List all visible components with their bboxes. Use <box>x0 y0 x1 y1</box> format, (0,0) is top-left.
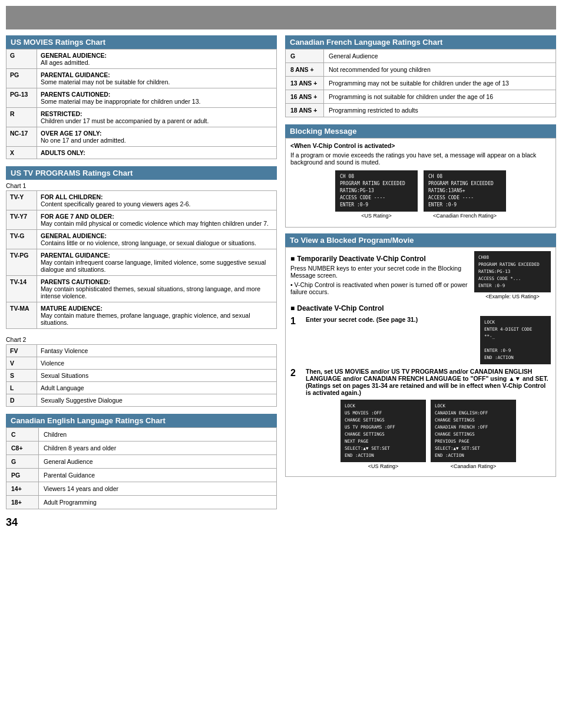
canenglish-desc: Children 8 years and older <box>39 442 277 455</box>
can-screen-line2: PROGRAM RATING EXCEEDED <box>428 180 501 187</box>
s2can-l7: SELECT:▲▼ SET:SET <box>435 445 512 452</box>
us-movies-table: GGENERAL AUDIENCE:All ages admitted.PGPA… <box>6 49 277 159</box>
table-row: 14+Viewers 14 years and older <box>6 482 277 496</box>
rating-label: GENERAL AUDIENCE: <box>41 52 273 59</box>
us-tv-header: US TV PROGRAMS Ratings Chart <box>6 166 277 180</box>
tv-rating-code: TV-G <box>6 230 37 249</box>
ex-line4: ACCESS CODE *... <box>478 275 547 282</box>
canfrench-code: 13 ANS + <box>286 77 324 90</box>
table-row: TV-MAMATURE AUDIENCE:May contain mature … <box>6 302 277 329</box>
rating-desc: PARENTAL GUIDANCE:Some material may not … <box>37 69 277 88</box>
tv-rating-code: TV-Y <box>6 191 37 210</box>
vchip-activated-label: <When V-Chip Control is activated> <box>290 142 551 149</box>
canfrench-code: 18 ANS + <box>286 104 324 117</box>
s2us-l4: US TV PROGRAMS :OFF <box>345 424 422 431</box>
step2-screens: LOCK US MOVIES :OFF CHANGE SETTINGS US T… <box>306 400 551 469</box>
canfrench-desc: General Audience <box>324 50 556 63</box>
canadian-english-header: Canadian English Language Ratings Chart <box>6 414 277 427</box>
temp-deactivate-row: Temporarily Deactivate V-Chip Control Pr… <box>290 251 551 299</box>
s1-line5: ENTER :0-9 <box>484 347 547 354</box>
s2can-l8: END :ACTION <box>435 452 512 459</box>
canenglish-code: 14+ <box>6 482 39 496</box>
step2-us-screen-wrapper: LOCK US MOVIES :OFF CHANGE SETTINGS US T… <box>340 400 426 469</box>
rating-label: PARENTS CAUTIONED: <box>41 91 273 98</box>
s2can-l6: PREVIOUS PAGE <box>435 438 512 445</box>
s2can-l3: CHANGE SETTINGS <box>435 417 512 424</box>
right-column: Canadian French Language Ratings Chart G… <box>285 35 556 529</box>
table-row: TV-Y7FOR AGE 7 AND OLDER:May contain mil… <box>6 210 277 230</box>
table-row: 13 ANS +Programming may not be suitable … <box>286 77 556 90</box>
step1-screen: LOCK ENTER 4-DIGIT CODE **-_ ENTER :0-9 … <box>480 316 551 364</box>
rating-desc: ADULTS ONLY: <box>37 147 277 159</box>
rating-label: OVER AGE 17 ONLY: <box>41 130 273 137</box>
us-screen-line3: RATING:PG-13 <box>340 187 413 195</box>
tv-rating-desc: MATURE AUDIENCE:May contain mature theme… <box>37 302 277 329</box>
chart2-desc: Sexually Suggestive Dialogue <box>37 394 277 407</box>
step2-row: 2 Then, set US MOVIES and/or US TV PROGR… <box>290 368 551 469</box>
view-blocked-header: To View a Blocked Program/Movie <box>285 233 556 247</box>
chart2-code: V <box>6 357 37 370</box>
example-screen-label: <Example: US Rating> <box>485 294 540 299</box>
rating-desc: GENERAL AUDIENCE:All ages admitted. <box>37 50 277 69</box>
can-screen-line5: ENTER :0-9 <box>428 202 501 209</box>
s2can-l5: CHANGE SETTINGS <box>435 431 512 438</box>
tv-rating-label: PARENTAL GUIDANCE: <box>41 252 273 259</box>
tv-rating-desc: GENERAL AUDIENCE:Contains little or no v… <box>37 230 277 249</box>
page-wrapper: US MOVIES Ratings Chart GGENERAL AUDIENC… <box>6 6 556 529</box>
step1-row: 1 Enter your secret code. (See page 31.)… <box>290 316 551 364</box>
step2-canadian-screen-wrapper: LOCK CANADIAN ENGLISH:OFF CHANGE SETTING… <box>431 400 516 469</box>
tv-rating-label: MATURE AUDIENCE: <box>41 305 273 312</box>
rating-label: ADULTS ONLY: <box>41 149 273 156</box>
rating-desc: PARENTS CAUTIONED:Some material may be i… <box>37 88 277 108</box>
table-row: PG-13PARENTS CAUTIONED:Some material may… <box>6 88 277 108</box>
table-row: GGeneral Audience <box>6 455 277 469</box>
rating-code: PG <box>6 69 37 88</box>
temp-example-screen: CH08 PROGRAM RATING EXCEEDED RATING:PG-1… <box>474 251 551 292</box>
canenglish-desc: Viewers 14 years and older <box>39 482 277 496</box>
blocking-message-body: If a program or movie exceeds the rating… <box>290 151 551 166</box>
us-movies-header: US MOVIES Ratings Chart <box>6 35 277 49</box>
s2us-l1: LOCK <box>345 403 422 410</box>
canadian-screen-label: <Canadian French Rating> <box>424 213 506 219</box>
table-row: SSexual Situations <box>6 370 277 382</box>
table-row: TV-YFOR ALL CHILDREN:Content specificall… <box>6 191 277 210</box>
step2-text: Then, set US MOVIES and/or US TV PROGRAM… <box>306 368 551 396</box>
us-screen-line5: ENTER :0-9 <box>340 202 413 209</box>
table-row: NC-17OVER AGE 17 ONLY:No one 17 and unde… <box>6 127 277 147</box>
step1-screen-area: LOCK ENTER 4-DIGIT CODE **-_ ENTER :0-9 … <box>480 316 551 364</box>
canadian-french-header: Canadian French Language Ratings Chart <box>285 35 556 49</box>
chart2-desc: Fantasy Violence <box>37 345 277 357</box>
table-row: TV-14PARENTS CAUTIONED:May contain sophi… <box>6 276 277 302</box>
deactivate-header: Deactivate V-Chip Control <box>290 304 551 312</box>
canenglish-desc: Adult Programming <box>39 496 277 509</box>
tv-rating-code: TV-Y7 <box>6 210 37 230</box>
canadian-english-table: CChildrenC8+Children 8 years and olderGG… <box>6 427 277 509</box>
canadian-french-table: GGeneral Audience8 ANS +Not recommended … <box>285 49 556 117</box>
s2can-l1: LOCK <box>435 403 512 410</box>
chart2-label: Chart 2 <box>6 336 277 343</box>
table-row: GGeneral Audience <box>286 50 556 63</box>
step2-number: 2 <box>290 368 301 378</box>
canadian-rating-screen: CH 08 PROGRAM RATING EXCEEDED RATING:13A… <box>424 170 506 212</box>
table-row: CChildren <box>6 428 277 442</box>
s2us-l2: US MOVIES :OFF <box>345 410 422 417</box>
ex-line1: CH08 <box>478 254 547 261</box>
s2us-l8: END :ACTION <box>345 452 422 459</box>
table-row: GGENERAL AUDIENCE:All ages admitted. <box>6 50 277 69</box>
temp-body2: • V-Chip Control is reactivated when pow… <box>290 281 470 295</box>
table-row: 16 ANS +Programming is not suitable for … <box>286 90 556 104</box>
canfrench-desc: Programming restricted to adults <box>324 104 556 117</box>
blocking-message-content: <When V-Chip Control is activated> If a … <box>285 138 556 228</box>
us-rating-screen: CH 08 PROGRAM RATING EXCEEDED RATING:PG-… <box>335 170 418 212</box>
us-screen-line4: ACCESS CODE ---- <box>340 195 413 202</box>
chart1-label: Chart 1 <box>6 182 277 189</box>
step2-us-label: <US Rating> <box>340 463 426 469</box>
blocking-message-header: Blocking Message <box>285 124 556 138</box>
rating-desc: OVER AGE 17 ONLY:No one 17 and under adm… <box>37 127 277 147</box>
tv-rating-desc: PARENTAL GUIDANCE:May contain infrequent… <box>37 249 277 276</box>
tv-rating-label: FOR AGE 7 AND OLDER: <box>41 213 273 220</box>
temp-deactivate-text: Temporarily Deactivate V-Chip Control Pr… <box>290 251 470 295</box>
table-row: XADULTS ONLY: <box>6 147 277 159</box>
can-screen-line4: ACCESS CODE ---- <box>428 195 501 202</box>
rating-code: NC-17 <box>6 127 37 147</box>
